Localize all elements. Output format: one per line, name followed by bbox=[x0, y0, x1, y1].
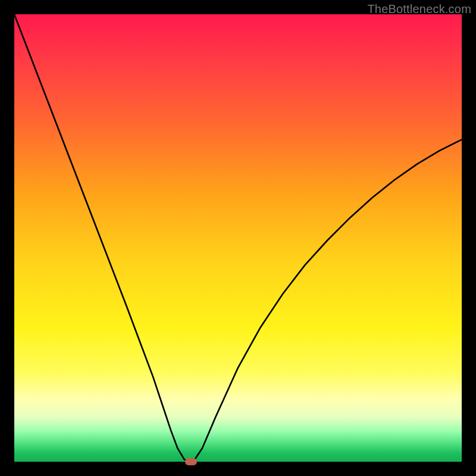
bottleneck-curve bbox=[14, 14, 462, 462]
chart-frame bbox=[14, 14, 462, 462]
minimum-marker bbox=[185, 458, 197, 465]
